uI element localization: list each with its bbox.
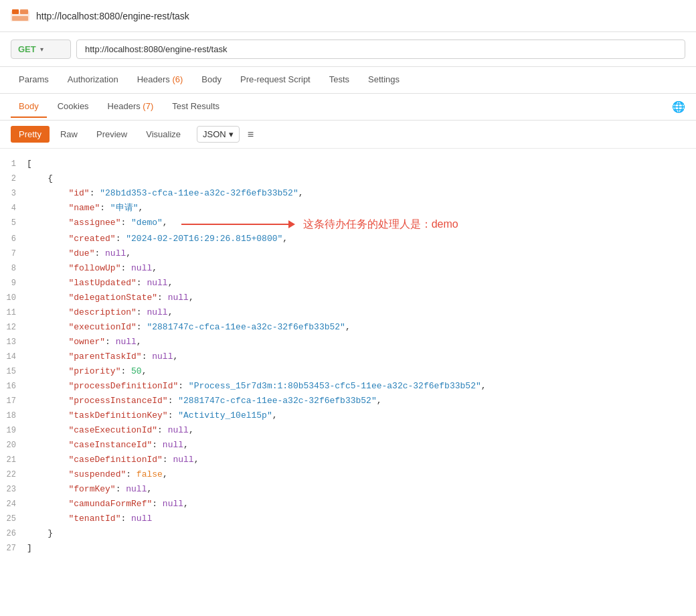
line-number-8: 8 [0, 261, 27, 276]
tab-pre-request[interactable]: Pre-request Script [232, 69, 319, 91]
token-key: "owner" [68, 337, 105, 347]
token-null: null [152, 352, 173, 362]
line-content-8: "followUp": null, [27, 261, 696, 276]
token-null: null [168, 425, 189, 435]
line-number-22: 22 [0, 467, 27, 482]
token-colon: : [120, 366, 131, 376]
btn-pretty[interactable]: Pretty [11, 126, 50, 143]
line-content-5: "assignee": "demo",这条待办任务的处理人是：demo [27, 216, 696, 232]
token-colon: : [120, 263, 131, 273]
code-line-27: 27] [0, 541, 696, 556]
tab-authorization[interactable]: Authorization [60, 69, 126, 91]
resp-tab-body[interactable]: Body [11, 96, 47, 118]
chevron-down-icon: ▾ [40, 46, 44, 53]
app-icon [11, 9, 29, 23]
tab-headers[interactable]: Headers (6) [129, 69, 191, 91]
token-indent [27, 234, 68, 244]
token-colon: : [152, 440, 163, 450]
token-null: null [163, 440, 183, 450]
title-url: http://localhost:8080/engine-rest/task [36, 11, 189, 21]
tab-params[interactable]: Params [11, 69, 57, 91]
token-indent [27, 469, 68, 479]
token-colon: : [137, 307, 147, 317]
token-plain: , [189, 293, 194, 303]
code-line-10: 10 "delegationState": null, [0, 291, 696, 305]
token-colon: : [126, 469, 137, 479]
btn-preview[interactable]: Preview [88, 126, 135, 143]
token-bracket: [ [27, 159, 32, 169]
line-content-10: "delegationState": null, [27, 291, 696, 305]
line-content-9: "lastUpdated": null, [27, 276, 696, 291]
token-colon: : [168, 410, 179, 420]
resp-tab-cookies[interactable]: Cookies [50, 96, 97, 118]
token-key: "id" [68, 188, 89, 198]
token-indent [27, 396, 68, 406]
line-number-7: 7 [0, 246, 27, 261]
token-colon: : [168, 396, 179, 406]
resp-tab-headers[interactable]: Headers (7) [100, 96, 162, 118]
token-key: "description" [68, 307, 136, 317]
token-indent [27, 366, 68, 376]
token-key: "due" [68, 248, 94, 258]
line-number-23: 23 [0, 482, 27, 497]
line-number-21: 21 [0, 453, 27, 467]
token-num: 50 [131, 366, 142, 376]
code-line-13: 13 "owner": null, [0, 335, 696, 350]
url-input[interactable] [76, 40, 685, 59]
json-format-label: JSON [203, 129, 226, 139]
token-indent [27, 455, 68, 465]
line-content-26: } [27, 526, 696, 541]
token-indent [27, 410, 68, 420]
token-plain: , [138, 203, 143, 213]
wrap-icon[interactable]: ≡ [248, 129, 254, 141]
token-plain: , [194, 455, 199, 465]
code-line-6: 6 "created": "2024-02-20T16:29:26.815+08… [0, 232, 696, 246]
btn-raw[interactable]: Raw [52, 126, 86, 143]
line-number-19: 19 [0, 423, 27, 438]
line-content-23: "formKey": null, [27, 482, 696, 497]
line-number-4: 4 [0, 201, 27, 216]
token-indent [27, 425, 68, 435]
resp-tab-test-results[interactable]: Test Results [164, 96, 228, 118]
code-line-26: 26 } [0, 526, 696, 541]
globe-icon[interactable]: 🌐 [672, 100, 685, 113]
line-content-3: "id": "28b1d353-cfca-11ee-a32c-32f6efb33… [27, 186, 696, 201]
token-str: "2881747c-cfca-11ee-a32c-32f6efb33b52" [147, 322, 345, 332]
arrow-head-icon [288, 220, 295, 228]
code-line-24: 24 "camundaFormRef": null, [0, 497, 696, 512]
line-content-4: "name": "申请", [27, 201, 696, 216]
token-colon: : [152, 499, 163, 509]
line-content-25: "tenantId": null [27, 512, 696, 526]
url-bar: GET ▾ [0, 32, 696, 67]
token-colon: : [90, 188, 100, 198]
token-key: "parentTaskId" [68, 352, 141, 362]
token-colon: : [178, 381, 189, 391]
code-line-14: 14 "parentTaskId": null, [0, 350, 696, 364]
token-key: "caseDefinitionId" [68, 455, 162, 465]
tab-tests[interactable]: Tests [321, 69, 357, 91]
line-content-14: "parentTaskId": null, [27, 350, 696, 364]
tab-body[interactable]: Body [193, 69, 230, 91]
btn-visualize[interactable]: Visualize [138, 126, 189, 143]
token-plain: , [377, 396, 382, 406]
tab-settings[interactable]: Settings [360, 69, 408, 91]
token-key: "tenantId" [68, 514, 120, 524]
token-colon: : [137, 322, 147, 332]
method-label: GET [18, 44, 36, 54]
line-content-20: "caseInstanceId": null, [27, 438, 696, 453]
line-content-13: "owner": null, [27, 335, 696, 350]
line-number-27: 27 [0, 541, 27, 556]
token-plain: , [126, 248, 131, 258]
token-indent [27, 188, 68, 198]
json-format-selector[interactable]: JSON ▾ [197, 126, 240, 143]
line-number-16: 16 [0, 379, 27, 394]
token-str: "申请" [110, 203, 139, 213]
token-key: "followUp" [68, 263, 120, 273]
token-plain: , [345, 322, 351, 332]
code-line-23: 23 "formKey": null, [0, 482, 696, 497]
token-null: null [147, 307, 167, 317]
line-content-1: [ [27, 157, 696, 171]
token-key: "formKey" [68, 484, 115, 494]
line-content-6: "created": "2024-02-20T16:29:26.815+0800… [27, 232, 696, 246]
method-selector[interactable]: GET ▾ [11, 40, 71, 59]
